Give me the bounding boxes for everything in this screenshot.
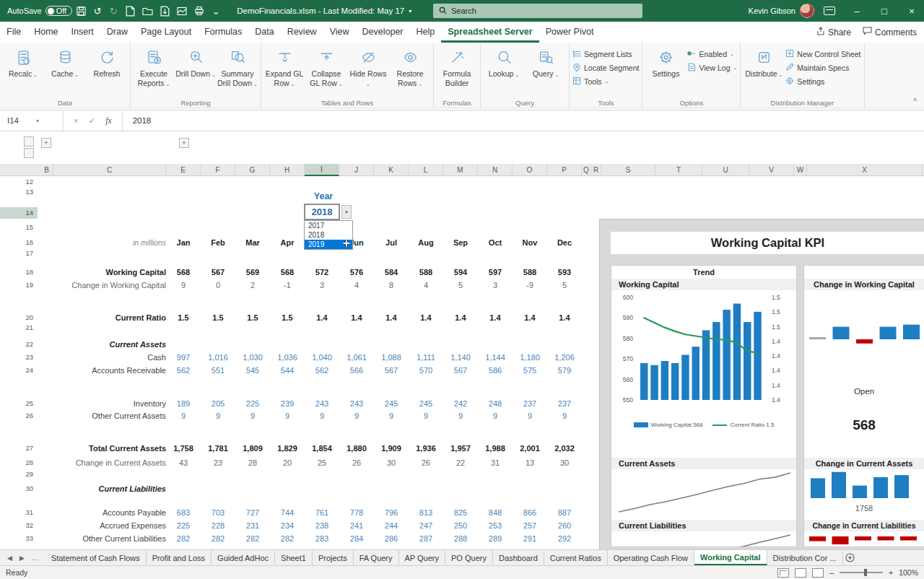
cell-value[interactable]: 567 [443,365,478,376]
zoom-out-icon[interactable]: – [829,568,834,577]
cell-value[interactable]: 545 [235,365,270,376]
cell-value[interactable]: 1,781 [201,443,235,454]
avatar[interactable] [800,4,814,18]
cell-value[interactable]: 28 [235,457,270,469]
cell-value[interactable]: 237 [513,398,547,409]
menu-tab-home[interactable]: Home [27,22,64,43]
cell-value[interactable]: 225 [235,398,270,409]
cell-value[interactable]: 1,880 [339,443,374,454]
cell-value[interactable]: 1,140 [443,352,478,363]
sheet-tab-operating-cash-flow[interactable]: Operating Cash Flow [608,550,694,565]
cell-value[interactable]: 597 [478,266,513,278]
column-header-w[interactable]: W [794,164,807,176]
share-button[interactable]: Share [816,27,851,38]
page-break-view-icon[interactable] [812,568,824,578]
ribbon-item-tools[interactable]: Tools⌄ [572,77,639,87]
month-header-mar[interactable]: Mar [235,237,270,248]
cell-value[interactable]: 588 [513,266,547,278]
name-box[interactable]: I14 ▾ [0,110,64,131]
month-header-dec[interactable]: Dec [547,237,582,248]
cell-value[interactable]: 23 [201,457,235,469]
new-sheet-button[interactable] [843,550,858,565]
cell-value[interactable]: 282 [166,533,201,544]
sheet-tab-distribution-cor-[interactable]: Distribution Cor ... [767,550,843,565]
ribbon-item-settings[interactable]: Settings [785,77,860,87]
normal-view-icon[interactable] [777,568,789,578]
cell-value[interactable]: 1.4 [478,312,513,323]
cell-value[interactable]: 2,032 [547,443,582,454]
cell-value[interactable]: 13 [513,457,547,469]
cell-value[interactable]: 568 [270,266,305,278]
cell-value[interactable]: 25 [305,457,339,469]
cell-value[interactable]: 287 [409,533,443,544]
formula-input[interactable]: 2018 [123,116,152,125]
month-header-sep[interactable]: Sep [443,237,478,248]
cell-value[interactable]: 248 [478,398,513,409]
cell-value[interactable]: 5 [443,279,478,291]
cell-value[interactable]: 244 [374,520,409,531]
cell-value[interactable]: 1,809 [235,443,270,454]
cell-value[interactable]: 1,957 [443,443,478,454]
column-header-c[interactable]: C [53,164,166,176]
cell-value[interactable]: 9 [443,410,478,422]
sheet-tab-po-query[interactable]: PO Query [445,550,493,565]
restore-button[interactable]: □ [872,0,897,22]
row-label[interactable]: Other Current Assets [53,410,166,422]
cell-value[interactable]: 9 [478,410,513,422]
cell-value[interactable]: 567 [201,266,235,278]
menu-tab-data[interactable]: Data [248,22,280,43]
user-name[interactable]: Kevin Gibson [749,6,796,15]
cell-value[interactable]: 566 [339,365,374,376]
cell-value[interactable]: 243 [339,398,374,409]
row-header-29[interactable]: 29 [0,469,38,480]
document-title[interactable]: DemoFinancials.xlsm - Last Modified: May… [237,6,411,15]
cell-value[interactable]: 1,758 [166,443,201,454]
column-header-i[interactable]: I [305,164,339,176]
cell-value[interactable]: 1,061 [339,352,374,363]
cell-value[interactable]: 238 [305,520,339,531]
cell-value[interactable]: 866 [513,507,547,518]
cell-value[interactable]: 30 [547,457,582,469]
cell-value[interactable]: 1,144 [478,352,513,363]
new-file-icon[interactable] [123,4,137,18]
cell-value[interactable]: 291 [513,533,547,544]
month-header-jul[interactable]: Jul [374,237,409,248]
cell-value[interactable]: 9 [547,410,582,422]
ribbon-item-new-control-sheet[interactable]: New Control Sheet [785,49,860,59]
cell-value[interactable]: 1,040 [305,352,339,363]
cell-value[interactable]: 1,829 [270,443,305,454]
cell-value[interactable]: 887 [547,507,582,518]
ribbon-button-expand-gl-row[interactable]: Expand GL Row ⌄ [264,44,305,88]
menu-tab-help[interactable]: Help [410,22,442,43]
ribbon-item-segment-lists[interactable]: Segment Lists [572,49,639,59]
cell-value[interactable]: 9 [305,410,339,422]
sheet-tab-working-capital[interactable]: Working Capital [694,550,767,565]
change-in-working-capital-chart[interactable] [804,312,924,349]
ribbon-button-recalc[interactable]: Recalc ⌄ [3,44,43,79]
cell-value[interactable]: 237 [547,398,582,409]
column-header-j[interactable]: J [339,164,374,176]
cell-value[interactable]: 0 [201,279,235,291]
cell-value[interactable]: 225 [166,520,201,531]
cell-value[interactable]: 247 [409,520,443,531]
cell-value[interactable]: 4 [409,279,443,291]
sheet-tab-guided-adhoc[interactable]: Guided AdHoc [212,550,275,565]
cell-value[interactable]: 562 [166,365,201,376]
cell-value[interactable]: 813 [409,507,443,518]
cell-value[interactable]: 241 [339,520,374,531]
print-icon[interactable] [192,4,206,18]
cell-value[interactable]: 189 [166,398,201,409]
cell-value[interactable]: 1,988 [478,443,513,454]
row-label[interactable]: Current Assets [53,339,166,350]
cell-value[interactable]: 825 [443,507,478,518]
cell-value[interactable]: 1.5 [166,312,201,323]
search-box[interactable]: Search [433,4,642,18]
cell-value[interactable]: 1.4 [374,312,409,323]
cell-value[interactable]: 1.4 [513,312,547,323]
cell-value[interactable]: 1.4 [547,312,582,323]
cell-value[interactable]: 848 [478,507,513,518]
month-header-nov[interactable]: Nov [513,237,547,248]
cell-value[interactable]: 205 [201,398,235,409]
cell-value[interactable]: 286 [374,533,409,544]
cell-value[interactable]: 20 [270,457,305,469]
